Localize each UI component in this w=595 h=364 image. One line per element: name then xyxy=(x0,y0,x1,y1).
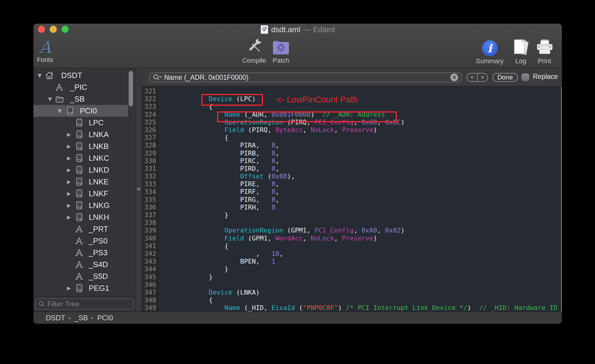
code-line[interactable]: 342 , 10, xyxy=(142,250,562,258)
code-line[interactable]: 332 Offset (0x08), xyxy=(142,173,562,180)
tree-item-label: LNKD xyxy=(89,165,109,175)
find-previous-button[interactable]: < xyxy=(467,74,478,81)
code-line[interactable]: 348 { xyxy=(142,296,562,304)
breadcrumb-separator-icon: ▸ xyxy=(69,315,71,321)
line-number: 339 xyxy=(142,227,158,234)
disclosure-closed-icon[interactable]: ▶ xyxy=(66,202,72,208)
tree-item-_s4d[interactable]: _S4D xyxy=(33,259,135,270)
disclosure-closed-icon[interactable]: ▶ xyxy=(66,179,72,185)
code-line[interactable]: 341 { xyxy=(142,242,562,250)
editor-scrollbar-track[interactable] xyxy=(561,87,562,311)
tree-item-_sb[interactable]: ▼_SB xyxy=(33,93,135,105)
disclosure-closed-icon[interactable]: ▶ xyxy=(66,167,72,173)
tree-item-lnkd[interactable]: ▶LNKD xyxy=(33,164,135,176)
code-line[interactable]: 326 Field (PIRQ, ByteAcc, NoLock, Preser… xyxy=(142,126,562,134)
device-icon xyxy=(75,142,84,151)
tree-item-dsdt[interactable]: ▼DSDT xyxy=(33,69,135,81)
disclosure-closed-icon[interactable]: ▶ xyxy=(66,191,72,196)
code-line[interactable]: 335 PIRG, 8, xyxy=(142,196,562,204)
code-line[interactable]: 336 PIRH, 8 xyxy=(142,204,562,211)
tree-item-pci0[interactable]: ▼PCI0 xyxy=(33,105,128,117)
code-line-text: } xyxy=(158,211,228,219)
tree-item-_s5d[interactable]: _S5D xyxy=(33,270,135,282)
disclosure-open-icon[interactable]: ▼ xyxy=(37,72,42,78)
code-line-text: , 10, xyxy=(158,250,283,258)
tree-item-lpc[interactable]: LPC xyxy=(33,117,135,129)
code-line-text: Offset (0x08), xyxy=(158,173,295,180)
printer-icon xyxy=(536,37,553,56)
log-toolbar-button[interactable]: Log xyxy=(512,37,530,65)
tree-item-_ps3[interactable]: _PS3 xyxy=(33,247,135,259)
pane-splitter[interactable] xyxy=(135,68,142,311)
code-line[interactable]: 345 } xyxy=(142,273,562,281)
tree-item-_ps0[interactable]: _PS0 xyxy=(33,235,135,247)
code-line[interactable]: 329 PIRB, 8, xyxy=(142,150,562,157)
summary-toolbar-button[interactable]: i Summary xyxy=(476,37,504,65)
code-line[interactable]: 344 } xyxy=(142,265,562,273)
line-number: 329 xyxy=(142,150,158,157)
disclosure-closed-icon[interactable]: ▶ xyxy=(66,285,72,291)
code-line-text: PIRE, 8, xyxy=(158,180,279,188)
tree-item-lnke[interactable]: ▶LNKE xyxy=(33,176,135,188)
sidebar-scrollbar[interactable] xyxy=(129,71,133,106)
disclosure-open-icon[interactable]: ▼ xyxy=(47,96,53,102)
line-number: 326 xyxy=(142,126,158,134)
code-line[interactable]: 339 OperationRegion (GPM1, PCI_Config, 0… xyxy=(142,227,562,234)
code-line[interactable]: 346 xyxy=(142,281,562,289)
tree-item-lnka[interactable]: ▶LNKA xyxy=(33,129,135,140)
fonts-toolbar-button[interactable]: A Fonts xyxy=(37,37,53,64)
code-line-text: Name (_HID, EisaId ("PNP0C0F") /* PCI In… xyxy=(158,304,557,311)
breadcrumb-item-_sb[interactable]: _SB xyxy=(75,314,88,322)
clear-search-icon[interactable]: ✕ xyxy=(450,74,458,81)
done-button[interactable]: Done xyxy=(492,73,518,82)
patch-toolbar-button[interactable]: Patch xyxy=(272,36,290,64)
code-line[interactable]: 333 PIRE, 8, xyxy=(142,180,562,188)
breadcrumb-item-pci0[interactable]: PCI0 xyxy=(97,314,113,322)
compile-toolbar-button[interactable]: Compile xyxy=(242,36,266,64)
disclosure-closed-icon[interactable]: ▶ xyxy=(66,131,72,137)
code-line[interactable]: 327 { xyxy=(142,134,562,142)
find-next-button[interactable]: > xyxy=(478,74,487,81)
device-icon xyxy=(75,213,84,222)
code-line[interactable]: 338 xyxy=(142,219,562,227)
disclosure-closed-icon[interactable]: ▶ xyxy=(66,214,72,220)
filter-tree-input[interactable]: Filter Tree xyxy=(35,298,133,310)
tree-item-lnkh[interactable]: ▶LNKH xyxy=(33,211,135,223)
disclosure-closed-icon[interactable]: ▶ xyxy=(66,155,72,161)
tree-item-label: LNKC xyxy=(89,154,109,163)
breadcrumb-item-dsdt[interactable]: DSDT xyxy=(46,314,65,322)
replace-checkbox[interactable] xyxy=(521,73,529,81)
tree-item-lnkc[interactable]: ▶LNKC xyxy=(33,152,135,164)
disclosure-open-icon[interactable]: ▼ xyxy=(57,108,62,114)
code-line[interactable]: 331 PIRD, 8, xyxy=(142,165,562,173)
code-line[interactable]: 340 Field (GPM1, WordAcc, NoLock, Preser… xyxy=(142,235,562,242)
house-icon xyxy=(45,71,54,80)
line-number: 346 xyxy=(142,281,158,289)
code-line[interactable]: 343 BPEN, 1 xyxy=(142,258,562,265)
code-editor[interactable]: 321322 Device (LPC)323 {324 Name (_ADR, … xyxy=(142,87,562,311)
code-line[interactable]: 334 PIRF, 8, xyxy=(142,188,562,196)
code-line[interactable]: 328 PIRA, 8, xyxy=(142,142,562,149)
print-toolbar-button[interactable]: Print xyxy=(536,37,553,65)
tree-item-lnkb[interactable]: ▶LNKB xyxy=(33,140,135,152)
code-line[interactable]: 337 } xyxy=(142,211,562,219)
code-line-text: } xyxy=(158,273,213,281)
find-input[interactable]: Name (_ADR, 0x001F0000) ✕ xyxy=(149,72,462,82)
tree-item-_pic[interactable]: _PIC xyxy=(33,81,135,93)
device-icon xyxy=(75,189,84,198)
code-line[interactable]: 347 Device (LNKA) xyxy=(142,289,562,296)
tree-item-peg1[interactable]: ▶PEG1 xyxy=(33,282,135,294)
disclosure-closed-icon[interactable]: ▶ xyxy=(66,143,72,149)
tree-item-lnkg[interactable]: ▶LNKG xyxy=(33,199,135,211)
tree-item-_prt[interactable]: _PRT xyxy=(33,223,135,235)
code-line[interactable]: 349 Name (_HID, EisaId ("PNP0C0F") /* PC… xyxy=(142,304,562,311)
patch-label: Patch xyxy=(273,57,289,64)
code-line[interactable]: 330 PIRC, 8, xyxy=(142,157,562,165)
line-number: 322 xyxy=(142,95,158,103)
line-number: 341 xyxy=(142,242,158,250)
tree-item-lnkf[interactable]: ▶LNKF xyxy=(33,188,135,199)
tree-item-label: PCI0 xyxy=(80,106,97,116)
line-number: 344 xyxy=(142,265,158,273)
code-line-text: { xyxy=(158,134,228,142)
print-label: Print xyxy=(538,57,551,65)
